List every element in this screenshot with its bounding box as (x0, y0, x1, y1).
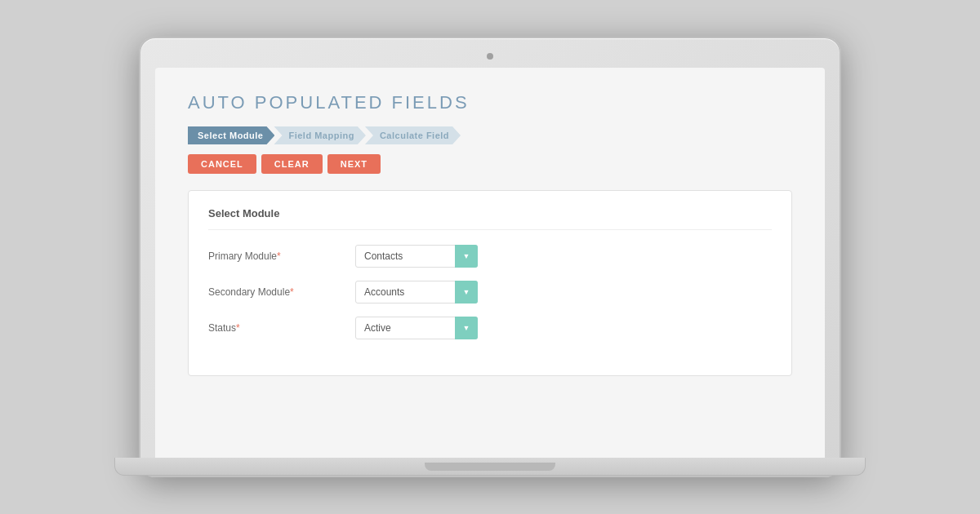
laptop-base (114, 458, 866, 476)
laptop-screen: AUTO POPULATED FIELDS Select Module Fiel… (155, 68, 825, 458)
page-title: AUTO POPULATED FIELDS (188, 92, 792, 113)
secondary-module-label: Secondary Module* (208, 286, 355, 298)
form-section-title: Select Module (208, 207, 772, 230)
secondary-module-select-wrapper: Accounts Contacts Leads Opportunities (355, 281, 478, 304)
secondary-module-row: Secondary Module* Accounts Contacts Lead… (208, 281, 772, 304)
next-button[interactable]: NEXT (327, 154, 381, 174)
step-select-module[interactable]: Select Module (188, 126, 274, 144)
primary-module-select[interactable]: Contacts Accounts Leads Opportunities (355, 245, 478, 268)
steps-breadcrumb: Select Module Field Mapping Calculate Fi… (188, 126, 792, 144)
laptop-shell: AUTO POPULATED FIELDS Select Module Fiel… (139, 37, 841, 477)
step-calculate-field[interactable]: Calculate Field (365, 126, 461, 144)
primary-module-label: Primary Module* (208, 250, 355, 262)
secondary-module-select[interactable]: Accounts Contacts Leads Opportunities (355, 281, 478, 304)
cancel-button[interactable]: CANCEL (188, 154, 256, 174)
screen-content: AUTO POPULATED FIELDS Select Module Fiel… (155, 68, 825, 458)
laptop-notch (425, 463, 555, 471)
primary-module-row: Primary Module* Contacts Accounts Leads … (208, 245, 772, 268)
status-label: Status* (208, 322, 355, 334)
action-buttons: CANCEL CLEAR NEXT (188, 154, 792, 174)
clear-button[interactable]: CLEAR (261, 154, 323, 174)
primary-module-select-wrapper: Contacts Accounts Leads Opportunities (355, 245, 478, 268)
status-select-wrapper: Active Inactive (355, 317, 478, 339)
laptop-camera (487, 53, 493, 60)
step-field-mapping[interactable]: Field Mapping (274, 126, 365, 144)
form-card: Select Module Primary Module* Contacts A… (188, 190, 792, 376)
status-select[interactable]: Active Inactive (355, 317, 478, 339)
status-row: Status* Active Inactive (208, 317, 772, 339)
